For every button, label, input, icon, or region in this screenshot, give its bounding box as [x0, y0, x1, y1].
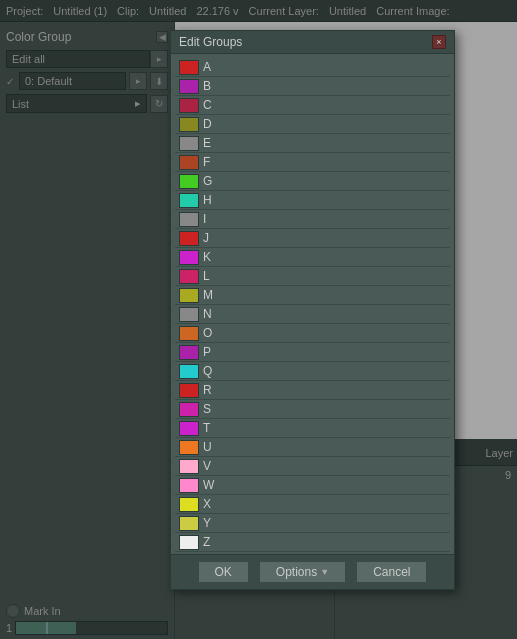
- group-label: F: [203, 155, 450, 169]
- list-item[interactable]: G: [175, 172, 450, 191]
- group-color-swatch: [179, 516, 199, 531]
- group-color-swatch: [179, 402, 199, 417]
- group-label: A: [203, 60, 450, 74]
- group-label: W: [203, 478, 450, 492]
- group-label: G: [203, 174, 450, 188]
- group-label: E: [203, 136, 450, 150]
- list-item[interactable]: L: [175, 267, 450, 286]
- list-item[interactable]: Z: [175, 533, 450, 552]
- list-item[interactable]: B: [175, 77, 450, 96]
- group-color-swatch: [179, 79, 199, 94]
- list-item[interactable]: U: [175, 438, 450, 457]
- dialog-content: ABCDEFGHIJKLMNOPQRSTUVWXYZ: [171, 54, 454, 554]
- list-item[interactable]: X: [175, 495, 450, 514]
- group-label: O: [203, 326, 450, 340]
- list-item[interactable]: K: [175, 248, 450, 267]
- dialog-close-button[interactable]: ×: [432, 35, 446, 49]
- group-color-swatch: [179, 440, 199, 455]
- group-label: L: [203, 269, 450, 283]
- list-item[interactable]: M: [175, 286, 450, 305]
- list-item[interactable]: V: [175, 457, 450, 476]
- list-item[interactable]: T: [175, 419, 450, 438]
- group-color-swatch: [179, 155, 199, 170]
- options-label: Options: [276, 565, 317, 579]
- list-item[interactable]: J: [175, 229, 450, 248]
- list-item[interactable]: C: [175, 96, 450, 115]
- group-label: Q: [203, 364, 450, 378]
- list-item[interactable]: Y: [175, 514, 450, 533]
- list-item[interactable]: S: [175, 400, 450, 419]
- list-item[interactable]: E: [175, 134, 450, 153]
- group-color-swatch: [179, 193, 199, 208]
- group-label: M: [203, 288, 450, 302]
- group-color-swatch: [179, 60, 199, 75]
- group-color-swatch: [179, 174, 199, 189]
- group-color-swatch: [179, 345, 199, 360]
- list-item[interactable]: D: [175, 115, 450, 134]
- group-label: T: [203, 421, 450, 435]
- list-item[interactable]: Q: [175, 362, 450, 381]
- group-label: J: [203, 231, 450, 245]
- list-item[interactable]: P: [175, 343, 450, 362]
- dialog-footer: OK Options ▼ Cancel: [171, 554, 454, 589]
- group-label: I: [203, 212, 450, 226]
- list-item[interactable]: R: [175, 381, 450, 400]
- group-color-swatch: [179, 478, 199, 493]
- list-item[interactable]: N: [175, 305, 450, 324]
- group-color-swatch: [179, 136, 199, 151]
- group-label: X: [203, 497, 450, 511]
- group-color-swatch: [179, 98, 199, 113]
- list-item[interactable]: H: [175, 191, 450, 210]
- group-label: Z: [203, 535, 450, 549]
- group-color-swatch: [179, 421, 199, 436]
- group-label: N: [203, 307, 450, 321]
- group-label: B: [203, 79, 450, 93]
- cancel-button[interactable]: Cancel: [356, 561, 427, 583]
- group-color-swatch: [179, 231, 199, 246]
- group-label: P: [203, 345, 450, 359]
- list-item[interactable]: O: [175, 324, 450, 343]
- edit-groups-dialog: Edit Groups × ABCDEFGHIJKLMNOPQRSTUVWXYZ…: [170, 30, 455, 590]
- group-color-swatch: [179, 307, 199, 322]
- dialog-title: Edit Groups: [179, 35, 242, 49]
- group-label: D: [203, 117, 450, 131]
- group-label: R: [203, 383, 450, 397]
- group-label: Y: [203, 516, 450, 530]
- dialog-titlebar: Edit Groups ×: [171, 31, 454, 54]
- group-color-swatch: [179, 269, 199, 284]
- group-color-swatch: [179, 459, 199, 474]
- group-color-swatch: [179, 250, 199, 265]
- options-arrow-icon: ▼: [320, 567, 329, 577]
- group-label: C: [203, 98, 450, 112]
- group-color-swatch: [179, 497, 199, 512]
- ok-button[interactable]: OK: [198, 561, 249, 583]
- group-color-swatch: [179, 364, 199, 379]
- group-label: V: [203, 459, 450, 473]
- group-color-swatch: [179, 535, 199, 550]
- group-label: U: [203, 440, 450, 454]
- group-label: H: [203, 193, 450, 207]
- group-color-swatch: [179, 326, 199, 341]
- group-label: S: [203, 402, 450, 416]
- list-item[interactable]: I: [175, 210, 450, 229]
- group-label: K: [203, 250, 450, 264]
- group-color-swatch: [179, 117, 199, 132]
- group-color-swatch: [179, 288, 199, 303]
- options-button[interactable]: Options ▼: [259, 561, 346, 583]
- group-color-swatch: [179, 383, 199, 398]
- list-item[interactable]: F: [175, 153, 450, 172]
- list-item[interactable]: A: [175, 58, 450, 77]
- group-color-swatch: [179, 212, 199, 227]
- list-item[interactable]: W: [175, 476, 450, 495]
